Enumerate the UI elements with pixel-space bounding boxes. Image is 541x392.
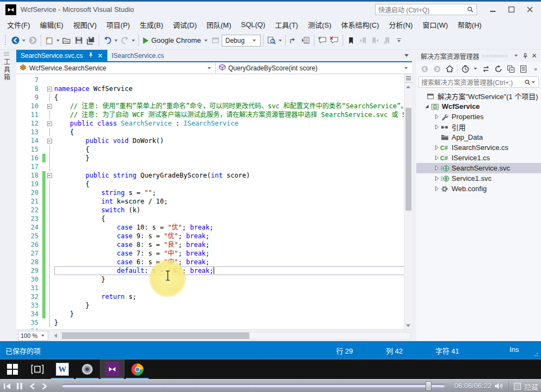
vertical-scroll-thumb[interactable] bbox=[405, 108, 411, 211]
editor-vertical-scrollbar[interactable] bbox=[404, 74, 412, 329]
clear-bookmarks-button[interactable] bbox=[381, 34, 393, 47]
refresh-button[interactable] bbox=[493, 64, 503, 74]
navigate-to-definition-button[interactable] bbox=[288, 34, 300, 47]
navigate-forward-button[interactable] bbox=[27, 34, 38, 47]
code-line[interactable]: 29 default: s = "差"; break; bbox=[16, 266, 412, 275]
taskbar-recorder-button[interactable] bbox=[75, 360, 100, 379]
menu-item[interactable]: 文件(F) bbox=[2, 17, 35, 32]
start-debug-button[interactable]: Google Chrome bbox=[141, 34, 210, 47]
expander-icon[interactable] bbox=[434, 145, 440, 151]
minimize-button[interactable] bbox=[484, 3, 502, 16]
window-position-dropdown[interactable] bbox=[511, 51, 520, 61]
code-line[interactable]: 34 } bbox=[16, 310, 412, 318]
solution-configurations-combo[interactable]: Debug bbox=[222, 35, 261, 47]
previous-bookmark-button[interactable] bbox=[357, 34, 369, 47]
scroll-up-arrow[interactable] bbox=[404, 83, 412, 90]
horizontal-scroll-thumb[interactable] bbox=[62, 332, 249, 339]
code-line[interactable]: 25 case 9: s = "优"; break; bbox=[16, 232, 412, 240]
tab-isearchservice-cs[interactable]: ISearchService.cs bbox=[107, 50, 169, 61]
task-view-button[interactable] bbox=[25, 360, 50, 379]
tab-searchservice-svc-cs[interactable]: SearchService.svc.cs ✕ bbox=[16, 50, 107, 61]
save-button[interactable] bbox=[73, 34, 85, 47]
code-line[interactable]: 10 // 注意: 使用“重构”菜单上的“重命名”命令，可以同时更改代码、svc… bbox=[16, 102, 412, 110]
undo-button[interactable] bbox=[101, 34, 113, 47]
code-line[interactable]: 28 case 6: s = "中"; break; bbox=[16, 258, 412, 266]
scroll-down-arrow[interactable] bbox=[404, 322, 412, 329]
menu-item[interactable]: SQL(Q) bbox=[236, 18, 270, 31]
quick-launch-input[interactable]: 快速启动 (Ctrl+Q) bbox=[375, 4, 477, 15]
code-line[interactable]: 32 return s; bbox=[16, 292, 412, 301]
code-line[interactable]: 31 bbox=[16, 284, 412, 292]
code-line[interactable]: 30 } bbox=[16, 275, 412, 284]
properties-button[interactable] bbox=[518, 64, 528, 74]
code-line[interactable]: 21 int k=score / 10; bbox=[16, 197, 412, 206]
menu-item[interactable]: 测试(S) bbox=[303, 17, 336, 32]
playback-progress-bar[interactable] bbox=[62, 384, 445, 388]
tree-item--wcfservice-1-[interactable]: 解决方案"WcfService"(1 个项目) bbox=[416, 91, 541, 101]
code-line[interactable]: 33 } bbox=[16, 301, 412, 310]
add-comment-button[interactable] bbox=[317, 34, 329, 47]
taskbar-visual-studio-button[interactable] bbox=[100, 360, 125, 379]
toolbar-options-dropdown[interactable] bbox=[396, 38, 402, 42]
pending-changes-filter-button[interactable] bbox=[460, 64, 470, 74]
redo-button[interactable] bbox=[119, 34, 131, 47]
next-bookmark-button[interactable] bbox=[369, 34, 381, 47]
expander-icon[interactable] bbox=[434, 186, 440, 192]
menu-item[interactable]: 帮助(H) bbox=[453, 17, 486, 32]
menu-item[interactable]: 工具(T) bbox=[270, 17, 303, 32]
tree-item-web-config[interactable]: Web.config bbox=[416, 184, 541, 194]
maximize-button[interactable] bbox=[502, 3, 520, 16]
code-line[interactable]: 19 { bbox=[16, 180, 412, 188]
fold-toggle[interactable] bbox=[46, 171, 54, 180]
code-line[interactable]: 12 public class SearchService : ISearchS… bbox=[16, 119, 412, 128]
find-in-files-button[interactable] bbox=[266, 34, 278, 47]
tree-item-isearchservice-cs[interactable]: C#ISearchService.cs bbox=[416, 142, 541, 153]
undo-dropdown[interactable] bbox=[114, 40, 118, 42]
tool-window-grip[interactable] bbox=[482, 55, 508, 57]
volume-button[interactable] bbox=[494, 382, 504, 390]
back-button[interactable] bbox=[420, 64, 429, 74]
close-button[interactable] bbox=[520, 3, 539, 16]
navigate-backward-button[interactable] bbox=[9, 34, 21, 47]
toggle-bookmark-button[interactable] bbox=[345, 34, 357, 47]
new-item-dropdown[interactable] bbox=[56, 40, 60, 42]
skip-to-start-button[interactable] bbox=[3, 382, 11, 390]
code-line[interactable]: 9{ bbox=[16, 93, 412, 102]
code-line[interactable]: 36 bbox=[16, 327, 412, 329]
fold-toggle[interactable] bbox=[46, 102, 54, 110]
tab-list-dropdown[interactable] bbox=[404, 54, 409, 57]
code-line[interactable]: 27 case 7: s = "中"; break; bbox=[16, 249, 412, 258]
playback-thumb[interactable] bbox=[426, 381, 431, 391]
search-options-dropdown[interactable] bbox=[532, 81, 535, 83]
collapse-all-button[interactable] bbox=[506, 64, 516, 74]
code-line[interactable]: 7 bbox=[16, 76, 412, 84]
expander-icon[interactable] bbox=[434, 155, 440, 161]
code-line[interactable]: 15 { bbox=[16, 145, 412, 154]
code-line[interactable]: 20 string s = ""; bbox=[16, 188, 412, 197]
attach-process-button[interactable] bbox=[210, 34, 222, 47]
code-line[interactable]: 8namespace WcfService bbox=[16, 84, 412, 93]
tree-item-properties[interactable]: Properties bbox=[416, 112, 541, 122]
member-dropdown[interactable]: QueryGradeByScore(int score) bbox=[216, 62, 412, 74]
solution-explorer-header[interactable]: 解决方案资源管理器 ✕ bbox=[416, 50, 541, 62]
menu-item[interactable]: 窗口(W) bbox=[417, 17, 453, 32]
remove-comment-button[interactable] bbox=[329, 34, 340, 47]
taskbar-chrome-button[interactable] bbox=[125, 360, 150, 379]
open-file-button[interactable] bbox=[61, 34, 73, 47]
tree-item-app-data[interactable]: App_Data bbox=[416, 132, 541, 142]
menu-item[interactable]: 视图(V) bbox=[68, 17, 101, 32]
code-line[interactable]: 26 case 8: s = "良"; break; bbox=[16, 240, 412, 249]
code-line[interactable]: 13 { bbox=[16, 128, 412, 136]
tree-item-service1-svc[interactable]: Service1.svc bbox=[416, 173, 541, 184]
menu-item[interactable]: 调试(D) bbox=[168, 17, 202, 32]
menu-item[interactable]: 生成(B) bbox=[135, 17, 168, 32]
run-target-dropdown[interactable] bbox=[204, 40, 208, 42]
navigate-backward-dropdown[interactable] bbox=[22, 40, 25, 42]
taskbar-word-button[interactable]: W bbox=[50, 360, 75, 379]
fold-toggle[interactable] bbox=[46, 136, 54, 145]
pane-splitter[interactable] bbox=[412, 50, 416, 341]
scroll-left-arrow[interactable] bbox=[51, 334, 59, 338]
fold-toggle[interactable] bbox=[46, 119, 54, 128]
expander-icon[interactable] bbox=[434, 165, 440, 171]
code-line[interactable]: 17 bbox=[16, 162, 412, 171]
